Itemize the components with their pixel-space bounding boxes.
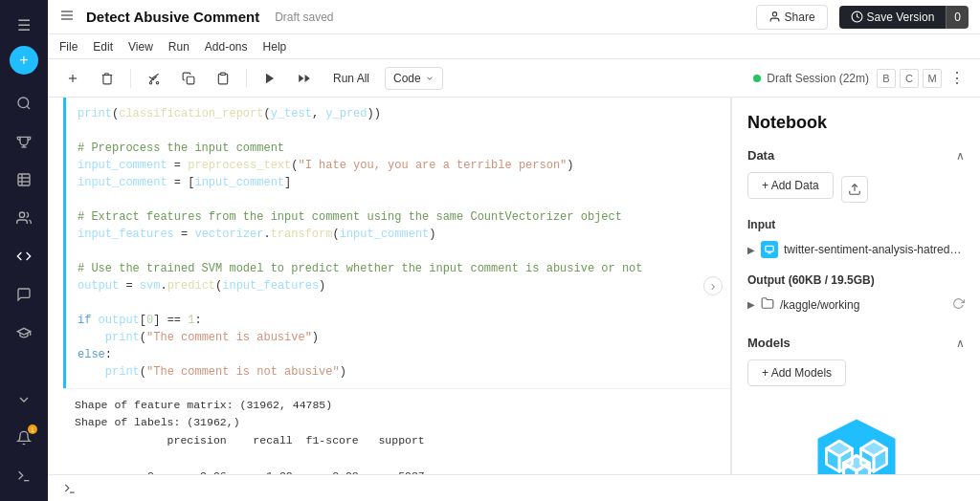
- paste-button[interactable]: [210, 65, 236, 92]
- code-cell-1[interactable]: print(classification_report(y_test, y_pr…: [63, 98, 730, 388]
- svg-marker-24: [299, 74, 303, 81]
- notebook-area: print(classification_report(y_test, y_pr…: [48, 98, 980, 474]
- notification-count-badge: 1: [28, 425, 37, 434]
- menu-help[interactable]: Help: [263, 38, 287, 55]
- fast-forward-button[interactable]: [291, 65, 318, 92]
- learn-icon[interactable]: [7, 316, 41, 350]
- add-data-button[interactable]: + Add Data: [747, 172, 834, 199]
- input-label: Input: [747, 218, 965, 231]
- code-panel[interactable]: print(classification_report(y_test, y_pr…: [48, 98, 731, 474]
- code-icon[interactable]: [7, 239, 41, 273]
- hamburger-icon[interactable]: ☰: [7, 8, 41, 42]
- notification-icon[interactable]: 1: [7, 421, 41, 455]
- data-section-header[interactable]: Data ∧: [747, 148, 965, 163]
- notebook-title: Detect Abusive Comment: [86, 9, 259, 25]
- svg-point-15: [149, 81, 151, 83]
- expand-icon-small-2[interactable]: ▶: [747, 299, 755, 310]
- svg-point-16: [156, 81, 158, 83]
- output-path-text: /kaggle/working: [780, 298, 859, 312]
- output-path-row[interactable]: ▶ /kaggle/working: [747, 293, 965, 316]
- cut-button[interactable]: [141, 65, 167, 92]
- copy-button[interactable]: [175, 65, 202, 92]
- svg-point-0: [18, 98, 29, 108]
- svg-rect-26: [766, 246, 773, 251]
- terminal-icon[interactable]: [7, 459, 41, 493]
- save-version-button[interactable]: Save Version 0: [839, 6, 969, 29]
- models-section: Models ∧ + Add Models: [747, 336, 965, 386]
- svg-rect-2: [18, 174, 30, 185]
- menu-view[interactable]: View: [128, 38, 153, 55]
- svg-marker-23: [305, 74, 310, 81]
- top-header: Detect Abusive Comment Draft saved Share…: [48, 0, 980, 34]
- delete-cell-button[interactable]: [94, 65, 121, 92]
- notebook-sidebar-title: Notebook: [747, 113, 965, 133]
- kaggle-logo: [813, 415, 900, 474]
- input-file-name: twitter-sentiment-analysis-hatred-speect: [784, 243, 965, 256]
- menu-run[interactable]: Run: [168, 38, 189, 55]
- menu-bar: File Edit View Run Add-ons Help: [48, 34, 980, 59]
- save-version-main[interactable]: Save Version: [839, 6, 947, 29]
- data-chevron-icon: ∧: [956, 149, 965, 163]
- column-indicator-2: C: [900, 69, 919, 88]
- data-section-title: Data: [747, 148, 774, 163]
- share-button[interactable]: Share: [756, 5, 828, 30]
- input-file-row[interactable]: ▶ twitter-sentiment-analysis-hatred-spee…: [747, 237, 965, 262]
- menu-edit[interactable]: Edit: [93, 38, 113, 55]
- svg-marker-22: [266, 73, 274, 83]
- column-indicator-1: B: [877, 69, 896, 88]
- left-sidebar: ☰ + 1: [0, 0, 48, 501]
- column-indicator-3: M: [923, 69, 942, 88]
- draft-status: Draft saved: [275, 11, 333, 24]
- main-content: Detect Abusive Comment Draft saved Share…: [48, 0, 980, 501]
- svg-rect-21: [221, 73, 226, 75]
- expand-icon-small[interactable]: ▶: [747, 245, 755, 255]
- bottom-bar: [48, 474, 980, 501]
- svg-point-11: [772, 12, 776, 16]
- svg-line-1: [27, 106, 30, 109]
- code-content-1: print(classification_report(y_test, y_pr…: [66, 98, 730, 388]
- data-section: Data ∧ + Add Data Input ▶: [747, 148, 965, 316]
- kaggle-logo-area: [747, 415, 965, 474]
- output-label: Output (60KB / 19.5GB): [747, 273, 965, 287]
- refresh-button[interactable]: [952, 297, 965, 313]
- add-cell-button[interactable]: [59, 65, 86, 92]
- toolbar-divider-2: [246, 69, 247, 88]
- run-button[interactable]: [256, 65, 283, 92]
- add-button[interactable]: +: [10, 46, 38, 75]
- people-icon[interactable]: [7, 201, 41, 235]
- folder-icon: [761, 296, 774, 313]
- menu-addons[interactable]: Add-ons: [205, 38, 248, 55]
- svg-rect-20: [187, 76, 194, 84]
- expand-icon[interactable]: [7, 382, 41, 417]
- more-options-button[interactable]: ⋮: [946, 67, 969, 90]
- dataset-icon: [761, 241, 778, 258]
- toolbar: Run All Code Draft Session (22m) B C M ⋮: [48, 59, 980, 98]
- search-icon[interactable]: [7, 86, 41, 120]
- menu-file[interactable]: File: [59, 38, 78, 55]
- collapse-panel-button[interactable]: ›: [703, 276, 723, 295]
- models-chevron-icon: ∧: [956, 337, 965, 350]
- run-all-button[interactable]: Run All: [325, 68, 377, 89]
- svg-point-6: [19, 212, 24, 217]
- chat-icon[interactable]: [7, 277, 41, 312]
- bottom-terminal-icon[interactable]: [59, 478, 80, 499]
- session-status: Draft Session (22m): [753, 72, 869, 85]
- right-sidebar: Notebook Data ∧ + Add Data Input: [731, 98, 980, 474]
- menu-icon[interactable]: [59, 8, 75, 27]
- code-type-button[interactable]: Code: [385, 67, 443, 90]
- add-models-button[interactable]: + Add Models: [747, 359, 846, 386]
- models-section-title: Models: [747, 336, 791, 350]
- output-cell-1: Shape of feature matrix: (31962, 44785) …: [63, 388, 730, 474]
- upload-button[interactable]: [841, 176, 868, 203]
- toolbar-divider-1: [130, 69, 131, 88]
- models-section-header[interactable]: Models ∧: [747, 336, 965, 350]
- table-icon[interactable]: [7, 163, 41, 197]
- toolbar-right: B C M ⋮: [877, 67, 969, 90]
- status-dot: [753, 75, 761, 82]
- trophy-icon[interactable]: [7, 124, 41, 159]
- save-version-count[interactable]: 0: [946, 6, 969, 29]
